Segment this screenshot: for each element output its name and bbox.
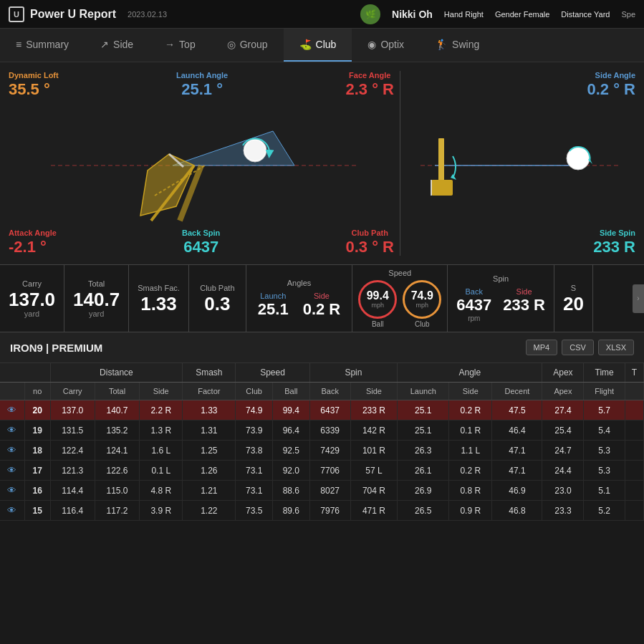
side-cell: 0.1 L bbox=[140, 461, 183, 481]
user-info: 🌿 Nikki Oh Hand Right Gender Female Dist… bbox=[360, 4, 635, 24]
th-total[interactable]: Total bbox=[95, 383, 139, 400]
th-decent[interactable]: Decent bbox=[492, 383, 542, 400]
nav-summary[interactable]: ≡ Summary bbox=[0, 29, 85, 62]
th-side[interactable]: Side bbox=[140, 383, 183, 400]
th-t-group: T bbox=[625, 363, 643, 383]
nav-group[interactable]: ◎ Group bbox=[211, 29, 284, 62]
th-apex[interactable]: Apex bbox=[542, 383, 584, 400]
table-row[interactable]: 👁18122.4124.11.6 L1.2573.892.57429101 R2… bbox=[0, 441, 644, 461]
eye-cell[interactable]: 👁 bbox=[0, 481, 24, 501]
decent-cell: 46.4 bbox=[492, 420, 542, 441]
launch-stat-value: 25.1 bbox=[258, 300, 289, 319]
t-cell bbox=[625, 501, 643, 521]
side-icon: ↗ bbox=[100, 39, 109, 50]
club-svg-left bbox=[9, 102, 394, 224]
eye-icon[interactable]: 👁 bbox=[7, 505, 16, 516]
total-cell: 117.2 bbox=[95, 501, 139, 521]
table-row[interactable]: 👁20137.0140.72.2 R1.3374.999.46437233 R2… bbox=[0, 400, 644, 420]
flight-cell: 5.3 bbox=[584, 441, 625, 461]
eye-cell[interactable]: 👁 bbox=[0, 441, 24, 461]
export-mp4-button[interactable]: MP4 bbox=[526, 340, 558, 355]
decent-cell: 46.8 bbox=[492, 501, 542, 521]
table-row[interactable]: 👁15116.4117.23.9 R1.2273.589.67976471 R2… bbox=[0, 501, 644, 521]
viz-left-panel: Dynamic Loft 35.5 ° Launch Angle 25.1 ° … bbox=[9, 71, 394, 256]
eye-icon[interactable]: 👁 bbox=[7, 445, 16, 456]
nav-optix[interactable]: ◉ Optix bbox=[352, 29, 420, 62]
launch-cell: 26.5 bbox=[398, 501, 449, 521]
svg-point-7 bbox=[245, 140, 265, 160]
swing-icon: 🏌 bbox=[436, 39, 448, 50]
ball-speed-value: 99.4 bbox=[367, 290, 389, 302]
th-distance-group: Distance bbox=[50, 363, 183, 383]
th-ball-speed[interactable]: Ball bbox=[273, 383, 310, 400]
club-cell: 73.8 bbox=[236, 441, 273, 461]
side-spin-stat-value: 233 R bbox=[503, 296, 545, 314]
apex-cell: 24.4 bbox=[542, 461, 584, 481]
th-side-spin[interactable]: Side bbox=[350, 383, 398, 400]
club-cell: 73.9 bbox=[236, 420, 273, 441]
back-spin-stat-value: 6437 bbox=[456, 296, 491, 314]
th-no[interactable]: no bbox=[24, 383, 50, 400]
nav-swing[interactable]: 🏌 Swing bbox=[420, 29, 495, 62]
hand-info: Hand Right bbox=[444, 10, 484, 19]
th-smash-group: Smash bbox=[183, 363, 236, 383]
th-launch[interactable]: Launch bbox=[398, 383, 449, 400]
th-t bbox=[625, 383, 643, 400]
ball-cell: 88.6 bbox=[273, 481, 310, 501]
side-cell: 2.2 R bbox=[140, 400, 183, 420]
eye-icon[interactable]: 👁 bbox=[7, 425, 16, 436]
optix-icon: ◉ bbox=[367, 39, 376, 50]
th-factor[interactable]: Factor bbox=[183, 383, 236, 400]
th-flight[interactable]: Flight bbox=[584, 383, 625, 400]
nav-top[interactable]: → Top bbox=[149, 29, 211, 62]
nav-optix-label: Optix bbox=[380, 39, 404, 50]
launch-sublabel: Launch bbox=[260, 292, 286, 300]
club-path-value: 0.3 ° R bbox=[345, 239, 394, 256]
club-cell: 73.1 bbox=[236, 461, 273, 481]
table-row[interactable]: 👁19131.5135.21.3 R1.3173.996.46339142 R2… bbox=[0, 420, 644, 441]
apex-cell: 23.0 bbox=[542, 481, 584, 501]
side-scroll-handle[interactable]: › bbox=[633, 284, 644, 313]
table-row[interactable]: 👁17121.3122.60.1 L1.2673.192.0770657 L26… bbox=[0, 461, 644, 481]
th-back[interactable]: Back bbox=[309, 383, 350, 400]
th-carry[interactable]: Carry bbox=[50, 383, 95, 400]
club-path-stat: Club Path 0.3 bbox=[189, 265, 246, 332]
th-time-group: Time bbox=[584, 363, 625, 383]
eye-icon[interactable]: 👁 bbox=[7, 485, 16, 496]
back-cell: 7976 bbox=[309, 501, 350, 521]
export-xlsx-button[interactable]: XLSX bbox=[598, 340, 634, 355]
carry-cell: 137.0 bbox=[50, 400, 95, 420]
extra-stat: S 20 bbox=[554, 265, 593, 332]
th-side-angle[interactable]: Side bbox=[449, 383, 492, 400]
th-club-speed[interactable]: Club bbox=[236, 383, 273, 400]
flight-cell: 5.4 bbox=[584, 420, 625, 441]
nav-club[interactable]: ⛳ Club bbox=[284, 29, 352, 62]
nav-side[interactable]: ↗ Side bbox=[85, 29, 149, 62]
club-speed-gauge: 74.9 mph Club bbox=[403, 280, 441, 328]
speed-gauges: 99.4 mph Ball 74.9 mph Club bbox=[358, 280, 441, 328]
side-spin-value: 233 R bbox=[593, 239, 635, 256]
side-cell: 4.8 R bbox=[140, 481, 183, 501]
eye-cell[interactable]: 👁 bbox=[0, 461, 24, 481]
side-angle-cell: 0.1 R bbox=[449, 420, 492, 441]
eye-icon[interactable]: 👁 bbox=[7, 405, 16, 415]
no-cell: 15 bbox=[24, 501, 50, 521]
table-header-bar: IRON9 | PREMIUM MP4 CSV XLSX bbox=[0, 332, 644, 363]
th-speed-group: Speed bbox=[236, 363, 309, 383]
back-sublabel: Back bbox=[466, 287, 483, 296]
side-angle-value: 0.2 ° R bbox=[587, 81, 636, 98]
smash-stat: Smash Fac. 1.33 bbox=[129, 265, 189, 332]
eye-cell[interactable]: 👁 bbox=[0, 400, 24, 420]
club-label: IRON9 | PREMIUM bbox=[10, 342, 102, 354]
side-spin-stat: Side 233 R bbox=[503, 287, 545, 322]
eye-icon[interactable]: 👁 bbox=[7, 465, 16, 476]
side-angle-cell: 1.1 L bbox=[449, 441, 492, 461]
eye-cell[interactable]: 👁 bbox=[0, 501, 24, 521]
t-cell bbox=[625, 420, 643, 441]
eye-cell[interactable]: 👁 bbox=[0, 420, 24, 441]
speed-stat: Speed 99.4 mph Ball 74.9 mph Club bbox=[352, 265, 448, 332]
export-csv-button[interactable]: CSV bbox=[562, 340, 594, 355]
side-spin-cell: 101 R bbox=[350, 441, 398, 461]
table-row[interactable]: 👁16114.4115.04.8 R1.2173.188.68027704 R2… bbox=[0, 481, 644, 501]
distance-info: Distance Yard bbox=[561, 10, 610, 19]
